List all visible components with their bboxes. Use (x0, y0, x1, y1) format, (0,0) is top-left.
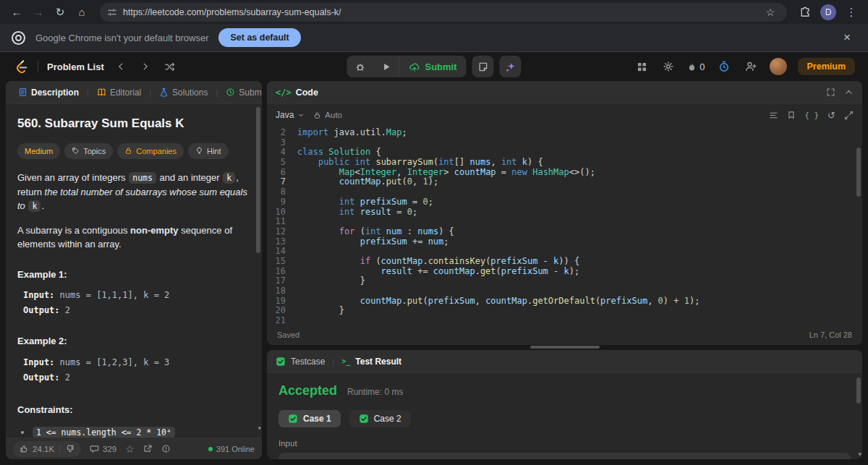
timer-icon[interactable] (716, 59, 732, 74)
debug-button[interactable] (346, 56, 373, 77)
code-line[interactable]: 18 (267, 286, 862, 297)
like-button[interactable]: 24.1K (20, 444, 54, 453)
streak-counter[interactable]: 0 (687, 61, 705, 72)
tab-label: Testcase (291, 357, 325, 367)
browser-back-button[interactable]: ← (7, 3, 26, 22)
description-scrollbar[interactable] (256, 107, 260, 253)
comments-button[interactable]: 329 (90, 444, 116, 453)
description-tabbar: Description | Editorial | Solutions | Su… (6, 81, 262, 104)
code-line[interactable]: 9 int prefixSum = 0; (267, 197, 862, 208)
scroll-down-arrow[interactable]: ▾ (258, 424, 261, 434)
tab-editorial[interactable]: Editorial (93, 88, 145, 98)
tab-testcase[interactable]: Testcase (276, 357, 325, 367)
thumbs-up-icon (20, 444, 29, 453)
code-line[interactable]: 17 } (267, 276, 862, 286)
tab-description[interactable]: Description (14, 88, 82, 98)
code-line[interactable]: 21 (267, 316, 862, 325)
browser-forward-button[interactable]: → (29, 3, 48, 22)
code-line[interactable]: 3 (267, 138, 862, 148)
apps-grid-icon[interactable] (634, 59, 650, 74)
extensions-icon[interactable] (796, 3, 814, 22)
browser-menu-icon[interactable]: ⋮ (842, 3, 861, 22)
editor-scrollbar[interactable] (856, 148, 861, 197)
auto-sync-toggle[interactable]: Auto (313, 111, 342, 119)
code-line[interactable]: 5 public int subarraySum(int[] nums, int… (267, 158, 862, 168)
code-line[interactable]: 4class Solution { (267, 148, 862, 158)
premium-button[interactable]: Premium (798, 58, 856, 75)
code-line[interactable]: 15 if (countMap.containsKey(prefixSum - … (267, 257, 862, 267)
thumbs-down-icon[interactable] (65, 444, 75, 453)
bookmark-star-icon[interactable]: ☆ (761, 3, 780, 22)
description-doc-icon (18, 88, 27, 97)
run-button[interactable] (373, 56, 399, 77)
code-line[interactable]: 14 (267, 247, 862, 257)
browser-reload-button[interactable]: ↻ (51, 3, 69, 22)
fullscreen-icon[interactable] (826, 88, 835, 97)
bracket-jump-icon[interactable]: { } (804, 111, 819, 120)
notes-button[interactable] (472, 56, 494, 77)
editorial-book-icon (97, 88, 106, 97)
case-check-icon (288, 414, 298, 424)
code-line[interactable]: 7 countMap.put(0, 1); (267, 177, 862, 187)
format-code-icon[interactable] (769, 111, 778, 120)
cursor-position: Ln 7, Col 28 (809, 330, 852, 339)
undo-icon[interactable]: ↺ (827, 110, 835, 121)
default-browser-banner: Google Chrome isn't your default browser… (0, 24, 868, 52)
case-button[interactable]: Case 1 (278, 410, 341, 427)
right-column: </> Code Java Auto (267, 81, 862, 459)
companies-badge[interactable]: Companies (117, 143, 184, 160)
code-editor[interactable]: 2import java.util.Map;3 4class Solution … (267, 126, 862, 325)
favorite-button[interactable]: ☆ (125, 443, 135, 455)
code-line[interactable]: 6 Map<Integer, Integer> countMap = new H… (267, 168, 862, 178)
random-problem-button[interactable] (162, 59, 178, 74)
ai-assistant-button[interactable] (500, 56, 522, 77)
hint-badge[interactable]: Hint (188, 143, 229, 160)
tab-separator: | (149, 88, 151, 97)
language-select[interactable]: Java (276, 110, 305, 120)
tab-test-result[interactable]: >_ Test Result (341, 357, 401, 367)
case-button[interactable]: Case 2 (349, 410, 411, 427)
expand-editor-icon[interactable] (844, 111, 854, 120)
user-avatar[interactable] (770, 58, 787, 75)
problem-list-link[interactable]: Problem List (47, 61, 104, 72)
feedback-icon (161, 444, 171, 453)
browser-home-button[interactable]: ⌂ (72, 3, 91, 22)
browser-profile-avatar[interactable]: D (820, 4, 836, 20)
tab-submissions[interactable]: Submissions (222, 88, 262, 98)
code-line[interactable]: 2import java.util.Map; (267, 128, 862, 138)
next-problem-button[interactable] (137, 59, 153, 74)
bookmark-icon[interactable] (787, 111, 796, 119)
prev-problem-button[interactable] (113, 59, 129, 74)
leetcode-logo[interactable] (13, 59, 29, 74)
code-line[interactable]: 10 int result = 0; (267, 208, 862, 218)
feedback-button[interactable] (161, 444, 171, 453)
set-as-default-button[interactable]: Set as default (218, 28, 300, 47)
code-line[interactable]: 12 for (int num : nums) { (267, 227, 862, 237)
code-line[interactable]: 8 (267, 187, 862, 197)
test-panel-scrollbar[interactable] (856, 377, 861, 404)
testcase-input-field[interactable]: nums = (278, 453, 851, 459)
scroll-down-arrow[interactable]: ▾ (858, 451, 861, 458)
panel-resize-handle[interactable] (530, 346, 600, 349)
site-settings-tune-icon[interactable] (107, 7, 117, 17)
testcase-check-icon (276, 357, 286, 367)
code-line[interactable]: 20 } (267, 306, 862, 316)
invite-user-icon[interactable] (743, 59, 759, 74)
tab-solutions[interactable]: Solutions (156, 88, 211, 98)
difficulty-badge[interactable]: Medium (17, 143, 60, 160)
topics-badge[interactable]: Topics (64, 143, 113, 160)
address-bar[interactable]: https://leetcode.com/problems/subarray-s… (100, 3, 787, 22)
code-line[interactable]: 13 prefixSum += num; (267, 237, 862, 247)
settings-gear-icon[interactable] (660, 59, 676, 74)
share-button[interactable] (143, 444, 153, 453)
code-line[interactable]: 19 countMap.put(prefixSum, countMap.getO… (267, 297, 862, 307)
input-label: Input (278, 439, 851, 448)
code-line[interactable]: 11 (267, 217, 862, 227)
banner-close-icon[interactable]: × (838, 30, 856, 45)
submit-button[interactable]: Submit (399, 56, 466, 77)
online-count: 391 Online (216, 445, 255, 453)
code-line[interactable]: 16 result += countMap.get(prefixSum - k)… (267, 267, 862, 277)
collapse-chevron-icon[interactable] (844, 88, 854, 97)
share-icon (143, 444, 153, 453)
streak-count: 0 (699, 61, 705, 72)
